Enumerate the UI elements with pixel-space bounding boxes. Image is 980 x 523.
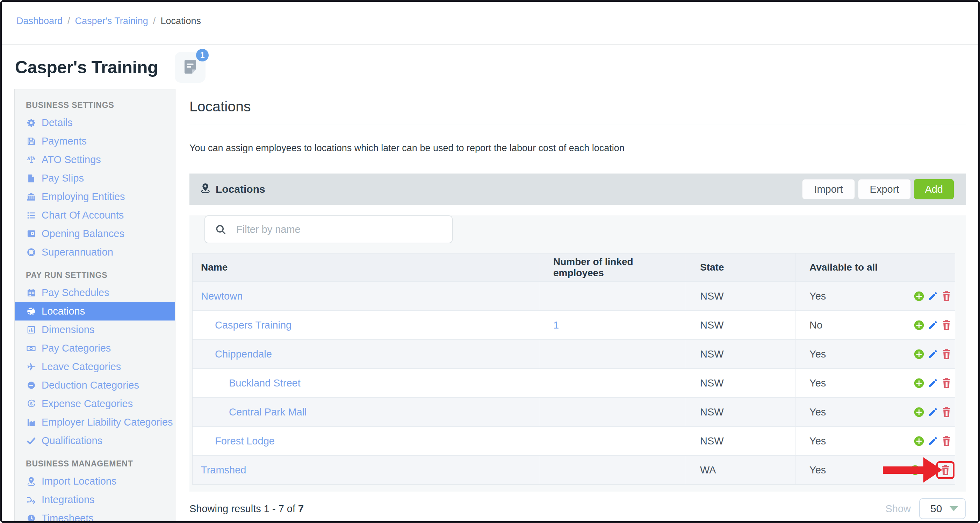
sidebar-item-timesheets[interactable]: Timesheets	[15, 509, 175, 521]
sidebar-item-label: Chart Of Accounts	[41, 209, 124, 221]
location-link[interactable]: Newtown	[201, 290, 243, 302]
cell-state: WA	[686, 456, 795, 484]
sidebar-item-import-locations[interactable]: Import Locations	[15, 472, 175, 491]
sidebar-item-pay-schedules[interactable]: Pay Schedules	[15, 284, 175, 302]
filter-field	[204, 216, 453, 243]
note-document-icon	[182, 59, 199, 76]
edit-location-button[interactable]	[928, 349, 938, 359]
delete-location-button[interactable]	[942, 378, 951, 388]
sidebar-item-ato-settings[interactable]: ATO Settings	[15, 151, 175, 169]
banknote-icon	[26, 343, 37, 353]
cell-state: NSW	[686, 369, 795, 397]
cell-state: NSW	[686, 340, 795, 368]
edit-location-button[interactable]	[928, 436, 938, 446]
sidebar-item-payments[interactable]: Payments	[15, 132, 175, 151]
location-link[interactable]: Caspers Training	[215, 319, 291, 331]
linked-employees-link[interactable]: 1	[553, 319, 559, 331]
delete-location-button[interactable]	[942, 436, 951, 447]
cell-name: Tramshed	[192, 456, 539, 484]
table-row-buckland-street: Buckland StreetNSWYes	[192, 368, 955, 397]
sidebar-item-pay-slips[interactable]: Pay Slips	[15, 169, 175, 187]
notes-count-badge: 1	[196, 49, 208, 62]
svg-text:$: $	[30, 401, 32, 406]
sidebar-item-superannuation[interactable]: Superannuation	[15, 243, 175, 262]
location-link[interactable]: Buckland Street	[229, 377, 301, 389]
column-header-number-of-linked-employees: Number of linked employees	[539, 254, 686, 281]
add-sublocation-button[interactable]	[914, 320, 924, 330]
floppy-icon	[26, 136, 37, 147]
filter-by-name-input[interactable]	[235, 223, 433, 236]
cell-name: Forest Lodge	[192, 426, 539, 455]
add-location-button[interactable]: Add	[914, 179, 954, 199]
edit-location-button[interactable]	[928, 407, 938, 417]
location-link[interactable]: Forest Lodge	[215, 435, 275, 447]
add-sublocation-button[interactable]	[914, 378, 924, 388]
sidebar-item-leave-categories[interactable]: Leave Categories	[15, 358, 175, 376]
location-link[interactable]: Chippendale	[215, 349, 272, 360]
page-size-control: Show 50	[885, 498, 966, 519]
sidebar-item-label: Pay Slips	[41, 173, 84, 184]
sidebar-item-dimensions[interactable]: Dimensions	[15, 320, 175, 339]
delete-location-button[interactable]	[942, 349, 951, 360]
chevron-down-icon	[950, 506, 958, 511]
sidebar-item-employing-entities[interactable]: Employing Entities	[15, 187, 175, 206]
locations-panel: Locations Import Export Add NameNumber o…	[189, 174, 966, 491]
edit-location-button[interactable]	[928, 378, 938, 388]
location-link[interactable]: Tramshed	[201, 464, 246, 476]
sidebar-item-chart-of-accounts[interactable]: Chart Of Accounts	[15, 206, 175, 225]
breadcrumb-separator: /	[67, 16, 70, 27]
gear-icon	[26, 118, 37, 128]
sidebar-item-employer-liability-categories[interactable]: Employer Liability Categories	[15, 413, 175, 431]
cell-actions	[907, 311, 955, 339]
column-header-name: Name	[192, 254, 539, 281]
sidebar-item-integrations[interactable]: Integrations	[15, 491, 175, 509]
add-sublocation-button[interactable]	[914, 436, 924, 446]
add-sublocation-button[interactable]	[914, 407, 924, 417]
page-size-dropdown[interactable]: 50	[919, 498, 966, 519]
sidebar-item-expense-categories[interactable]: $Expense Categories	[15, 395, 175, 413]
branch-icon	[26, 495, 37, 505]
scales-icon	[26, 155, 37, 165]
dollar-cycle-icon: $	[26, 399, 37, 409]
section-description: You can assign employees to locations wh…	[189, 143, 966, 154]
sidebar-item-label: Dimensions	[41, 324, 95, 336]
edit-location-button[interactable]	[928, 291, 938, 301]
map-pin-icon	[26, 476, 37, 487]
delete-location-button[interactable]	[942, 320, 951, 331]
results-total: 7	[298, 503, 304, 514]
breadcrumb-link-dashboard[interactable]: Dashboard	[16, 16, 62, 27]
add-sublocation-button[interactable]	[910, 465, 920, 475]
edit-location-button[interactable]	[924, 465, 934, 475]
cell-available-to-all: Yes	[795, 426, 907, 455]
import-button[interactable]: Import	[802, 179, 854, 199]
delete-location-button[interactable]	[940, 465, 950, 475]
sidebar-item-pay-categories[interactable]: Pay Categories	[15, 339, 175, 358]
table-footer: Showing results 1 - 7 of 7 Show 50	[189, 498, 966, 520]
delete-location-button[interactable]	[942, 407, 951, 418]
file-icon	[26, 173, 37, 184]
sidebar-item-label: Pay Categories	[41, 342, 111, 354]
location-link[interactable]: Central Park Mall	[229, 406, 307, 418]
sidebar-item-qualifications[interactable]: Qualifications	[15, 431, 175, 450]
add-sublocation-button[interactable]	[914, 349, 924, 359]
export-button[interactable]: Export	[858, 179, 911, 199]
sidebar-section-header: BUSINESS MANAGEMENT	[26, 459, 175, 469]
delete-location-button[interactable]	[942, 291, 951, 302]
cell-actions	[907, 282, 955, 311]
location-pin-icon	[200, 182, 211, 196]
cell-actions	[907, 398, 955, 426]
business-notes-button[interactable]: 1	[175, 52, 205, 83]
column-header-state: State	[686, 254, 795, 281]
sidebar-item-details[interactable]: Details	[15, 114, 175, 132]
edit-location-button[interactable]	[928, 320, 938, 330]
cell-state: NSW	[686, 398, 795, 426]
dimensions-icon	[26, 325, 37, 335]
add-sublocation-button[interactable]	[914, 291, 924, 301]
sidebar-section-header: PAY RUN SETTINGS	[26, 271, 175, 280]
sidebar-item-label: Details	[41, 117, 73, 128]
sidebar-item-locations[interactable]: Locations	[15, 302, 175, 320]
page-title: Casper's Training	[15, 57, 158, 78]
sidebar-item-deduction-categories[interactable]: Deduction Categories	[15, 376, 175, 395]
breadcrumb-link-business[interactable]: Casper's Training	[75, 16, 148, 27]
sidebar-item-opening-balances[interactable]: Opening Balances	[15, 225, 175, 243]
